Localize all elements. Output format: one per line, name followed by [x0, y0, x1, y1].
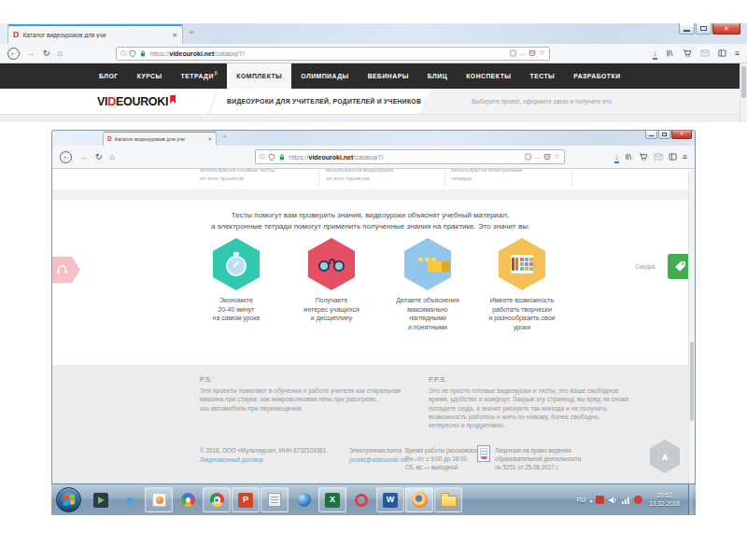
pocket-icon[interactable]	[543, 153, 551, 161]
library-icon[interactable]	[625, 152, 633, 161]
scrollbar-thumb[interactable]	[741, 66, 746, 98]
forward-button[interactable]: →	[27, 49, 35, 58]
minimize-button[interactable]	[645, 131, 657, 139]
taskbar-word[interactable]: W	[376, 487, 404, 512]
nav-item-tetradi[interactable]: ТЕТРАДИβ	[172, 63, 228, 89]
volume-tray-icon[interactable]	[608, 496, 617, 505]
new-tab-button[interactable]: +	[189, 26, 194, 37]
taskbar-apps: e P X W	[87, 487, 463, 512]
cart-icon[interactable]	[683, 49, 692, 58]
site-info-icon[interactable]: ⓘ	[260, 154, 266, 161]
scrollbar-thumb[interactable]	[690, 342, 694, 421]
address-bar[interactable]: ⓘ https://videouroki.net/catalog/7/ … ☆	[116, 47, 550, 61]
language-indicator[interactable]: RU	[576, 497, 585, 503]
home-button[interactable]: ⌂	[58, 49, 63, 58]
pocket-icon[interactable]	[529, 49, 536, 57]
help-text: Выберите проект, оформите заказ и получи…	[472, 89, 612, 114]
taskbar-picasa[interactable]	[174, 487, 202, 512]
taskbar-blue-app[interactable]	[289, 487, 317, 512]
taskbar-explorer[interactable]	[434, 487, 462, 512]
back-button[interactable]: ←	[60, 151, 72, 163]
nav-item-razrabotki[interactable]: РАЗРАБОТКИ	[564, 63, 629, 89]
hidden-icons-chevron-icon[interactable]: ▴	[589, 497, 592, 503]
hamburger-menu-icon[interactable]: ≡	[735, 49, 740, 58]
cart-icon[interactable]	[639, 152, 648, 161]
start-button[interactable]	[56, 487, 81, 512]
scrollbar-vertical[interactable]	[740, 63, 747, 122]
explorer-folder-icon	[441, 496, 457, 507]
reload-button[interactable]: ↻	[95, 153, 103, 161]
security-tray-icon[interactable]	[634, 496, 642, 504]
page-action-icon[interactable]	[525, 153, 531, 161]
taskbar-firefox-active[interactable]	[405, 487, 433, 512]
taskbar-media-player-classic[interactable]	[87, 487, 115, 512]
mail-icon[interactable]	[654, 153, 663, 161]
tracking-shield-icon[interactable]	[129, 49, 136, 58]
taskbar-fax-scan[interactable]	[261, 487, 289, 512]
maximize-button[interactable]	[696, 23, 712, 35]
nav-item-testy[interactable]: ТЕСТЫ	[521, 63, 565, 89]
nav-item-komplekty-active[interactable]: КОМПЛЕКТЫ	[227, 63, 291, 89]
page-actions-dots-icon[interactable]: …	[534, 154, 541, 161]
browser-tab[interactable]: D Каталог видеоуроков для учи ✕	[103, 132, 217, 146]
tab-close-icon[interactable]: ✕	[172, 32, 177, 39]
intro-text: Тесты помогут вам проверить знания, виде…	[52, 210, 688, 231]
word-icon: W	[383, 493, 398, 508]
downloads-icon[interactable]: ↓	[653, 49, 657, 58]
taskbar-internet-explorer[interactable]: e	[116, 487, 144, 512]
nav-item-olimpiady[interactable]: ОЛИМПИАДЫ	[291, 63, 358, 89]
taskbar-chrome[interactable]	[203, 487, 231, 512]
page-actions-dots-icon[interactable]: …	[519, 50, 526, 57]
home-button[interactable]: ⌂	[110, 153, 115, 161]
close-button[interactable]: ✕	[671, 131, 692, 139]
benefit-label: Экономите 20-40 минут на самом уроке	[182, 296, 290, 323]
minimize-button[interactable]	[679, 23, 695, 35]
sidebar-toggle-icon[interactable]	[669, 153, 677, 161]
art-palette-icon	[511, 255, 533, 273]
nav-item-kursy[interactable]: КУРСЫ	[128, 63, 172, 89]
bookmark-star-icon[interactable]: ☆	[539, 49, 545, 57]
antivirus-tray-icon[interactable]	[596, 496, 604, 504]
library-icon[interactable]	[666, 49, 674, 58]
license-agreement-link[interactable]: Лицензионный договор	[200, 456, 263, 465]
nav-item-blog[interactable]: БЛОГ	[90, 63, 128, 89]
taskbar-clock[interactable]: 20:52 13.12.2018	[646, 492, 683, 508]
discount-label: Скидка	[635, 263, 655, 270]
bookmark-star-icon[interactable]: ☆	[554, 153, 560, 161]
site-info-icon[interactable]: ⓘ	[120, 50, 127, 57]
nav-item-vebinary[interactable]: ВЕБИНАРЫ	[359, 63, 418, 89]
page-action-icon[interactable]	[510, 49, 516, 57]
taskbar-opera[interactable]	[347, 487, 375, 512]
reload-button[interactable]: ↻	[43, 49, 50, 58]
nav-item-konspekty[interactable]: КОНСПЕКТЫ	[457, 63, 520, 89]
taskbar-powerpoint[interactable]: P	[232, 487, 260, 512]
back-button[interactable]: ←	[7, 48, 20, 60]
support-chat-tab[interactable]	[52, 257, 80, 283]
forward-button[interactable]: →	[79, 153, 88, 161]
email-link[interactable]: proekt@videouroki.net	[349, 456, 408, 465]
scrollbar-vertical[interactable]	[688, 169, 695, 483]
window-controls: ✕	[644, 131, 692, 139]
taskbar-media-player[interactable]	[145, 487, 173, 512]
show-desktop-button[interactable]	[688, 484, 693, 515]
maximize-button[interactable]	[658, 131, 670, 139]
tab-close-icon[interactable]: ✕	[207, 136, 212, 142]
close-button[interactable]: ✕	[712, 23, 740, 35]
sidebar-toggle-icon[interactable]	[718, 49, 726, 57]
mail-icon[interactable]	[700, 49, 710, 57]
videouroki-logo[interactable]: VIDEOUROKI	[97, 89, 176, 114]
taskbar-excel[interactable]: X	[318, 487, 346, 512]
tracking-shield-icon[interactable]	[268, 153, 275, 161]
page-top-strip	[0, 114, 747, 122]
opera-icon	[355, 494, 368, 507]
downloads-icon[interactable]: ↓	[614, 153, 619, 161]
nav-item-blic[interactable]: БЛИЦ	[418, 63, 457, 89]
new-tab-button[interactable]: +	[222, 133, 227, 141]
browser-tab[interactable]: D Каталог видеоуроков для учи ✕	[7, 24, 183, 44]
hamburger-menu-icon[interactable]: ≡	[683, 153, 687, 161]
network-tray-icon[interactable]	[621, 496, 630, 505]
scroll-to-top-button[interactable]: ∧	[650, 440, 680, 473]
address-bar[interactable]: ⓘ https://videouroki.net/catalog/7/ … ☆	[255, 149, 565, 164]
windows-taskbar: e P X W RU ▴ 20:52 13.12.2018	[51, 483, 696, 515]
browser-window-top: D Каталог видеоуроков для учи ✕ + ✕ ← → …	[0, 23, 747, 122]
